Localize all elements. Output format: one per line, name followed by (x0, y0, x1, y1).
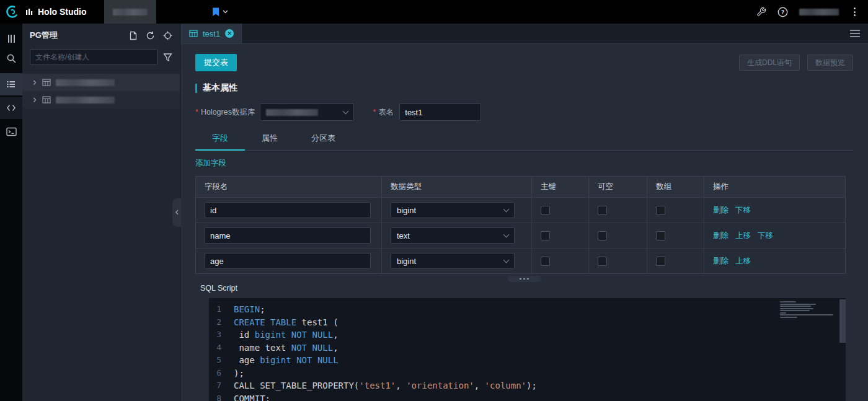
kebab-menu-icon[interactable] (850, 6, 859, 17)
generate-ddl-button[interactable]: 生成DDL语句 (739, 55, 800, 71)
bookmark-control[interactable] (212, 7, 228, 17)
terminal-nav-icon[interactable] (0, 121, 22, 141)
nullable-cell (589, 198, 647, 223)
code-text: ); (234, 367, 244, 380)
array-checkbox[interactable] (656, 231, 665, 240)
field-type-select[interactable]: text (391, 227, 515, 244)
holo-logo[interactable] (0, 5, 25, 19)
new-file-icon[interactable] (128, 31, 138, 40)
panel-title: PG管理 (30, 30, 128, 41)
code-line: 3 id bigint NOT NULL, (209, 328, 846, 342)
code-line: 6); (209, 367, 846, 380)
delete-link[interactable]: 删除 (713, 205, 728, 216)
sql-editor[interactable]: 1BEGIN;2CREATE TABLE test1 (3 id bigint … (209, 298, 846, 401)
field-name-input[interactable] (205, 202, 371, 218)
nullable-checkbox[interactable] (598, 206, 607, 215)
db-label: Hologres数据库 (201, 107, 255, 118)
actions-cell: 删除 上移 (704, 249, 845, 273)
line-number: 5 (209, 354, 234, 367)
develop-nav-icon[interactable] (0, 97, 22, 119)
table-icon (42, 79, 51, 86)
hamburger-icon[interactable] (842, 24, 868, 43)
delete-link[interactable]: 删除 (713, 256, 728, 267)
code-text: COMMIT; (234, 392, 270, 401)
tree-item[interactable] (22, 74, 180, 91)
data-preview-button[interactable]: 数据预览 (807, 55, 853, 71)
field-type-value: text (397, 231, 410, 240)
array-checkbox[interactable] (656, 257, 665, 266)
code-line: 2CREATE TABLE test1 ( (209, 316, 846, 329)
filter-icon[interactable] (163, 53, 172, 62)
primary-key-cell (532, 223, 589, 249)
field-type-select[interactable]: bigint (391, 202, 515, 218)
collapse-icon (175, 209, 179, 215)
nullable-cell (589, 223, 647, 249)
splitter-handle[interactable] (508, 276, 541, 282)
array-cell (647, 223, 704, 249)
tab-attributes[interactable]: 属性 (245, 127, 294, 150)
tree-item[interactable] (22, 91, 180, 108)
chevron-right-icon[interactable] (32, 80, 37, 86)
holo-logo-icon (6, 5, 19, 19)
field-type-select[interactable]: bigint (391, 253, 515, 269)
file-tab-test1[interactable]: test1 ✕ (180, 24, 243, 43)
hologres-db-select[interactable] (260, 104, 354, 121)
array-checkbox[interactable] (656, 206, 665, 215)
tab-partition[interactable]: 分区表 (294, 127, 352, 150)
toolbar: 提交表 生成DDL语句 数据预览 (195, 54, 853, 71)
chevron-down-icon (503, 206, 510, 212)
col-header-array: 数组 (647, 177, 704, 198)
field-name-cell (196, 223, 382, 249)
tab-fields[interactable]: 字段 (195, 127, 245, 151)
col-header-primary-key: 主键 (532, 177, 589, 198)
brand-title: Holo Studio (38, 7, 87, 17)
code-text: CREATE TABLE test1 ( (234, 316, 339, 329)
username-redacted[interactable] (799, 9, 839, 15)
code-line: 8COMMIT; (209, 392, 846, 401)
tree-item-label-redacted (56, 97, 115, 104)
search-nav-icon[interactable] (0, 48, 22, 68)
minimap[interactable] (780, 301, 837, 318)
field-name-cell (196, 198, 382, 223)
scrollbar-thumb[interactable] (839, 299, 846, 343)
panel-search-row (22, 47, 180, 70)
panel-toggle-icon[interactable] (0, 29, 22, 48)
nullable-checkbox[interactable] (598, 257, 607, 266)
code-line: 4 name text NOT NULL, (209, 342, 846, 355)
move-down-link[interactable]: 下移 (735, 205, 751, 216)
nullable-checkbox[interactable] (598, 231, 607, 240)
file-search-input[interactable] (30, 49, 157, 65)
primary-key-checkbox[interactable] (541, 257, 550, 266)
submit-table-button[interactable]: 提交表 (195, 54, 237, 71)
editor-scrollbar[interactable] (839, 298, 846, 401)
sql-editor-lines: 1BEGIN;2CREATE TABLE test1 (3 id bigint … (209, 298, 846, 401)
close-icon[interactable]: ✕ (225, 29, 234, 38)
refresh-icon[interactable] (146, 31, 155, 40)
primary-key-checkbox[interactable] (541, 206, 550, 215)
panel-header-icons (128, 31, 172, 40)
help-icon[interactable]: ? (777, 7, 788, 17)
move-up-link[interactable]: 上移 (735, 256, 751, 267)
workspace-tab[interactable] (104, 0, 156, 24)
brand-bars-icon (25, 7, 33, 16)
locate-icon[interactable] (163, 31, 172, 40)
wrench-icon[interactable] (756, 7, 766, 17)
panel-collapse-handle[interactable] (172, 198, 181, 227)
left-rail (0, 24, 22, 401)
property-tabs: 字段 属性 分区表 (195, 127, 853, 151)
move-up-link[interactable]: 上移 (735, 231, 751, 241)
basic-props-section: 基本属性 (195, 82, 853, 94)
primary-key-checkbox[interactable] (541, 231, 550, 240)
tree-item-label-redacted (56, 79, 115, 86)
workspace-name-redacted (113, 9, 148, 15)
field-name-input[interactable] (205, 253, 371, 269)
table-manager-nav-icon[interactable] (0, 73, 22, 95)
move-down-link[interactable]: 下移 (758, 231, 773, 241)
chevron-right-icon[interactable] (32, 97, 37, 103)
delete-link[interactable]: 删除 (713, 231, 728, 241)
add-field-link[interactable]: 添加字段 (195, 158, 226, 169)
line-number: 1 (209, 303, 234, 316)
vertical-bars-glyph (8, 35, 15, 43)
table-name-input[interactable] (399, 104, 481, 121)
field-name-input[interactable] (205, 227, 371, 244)
